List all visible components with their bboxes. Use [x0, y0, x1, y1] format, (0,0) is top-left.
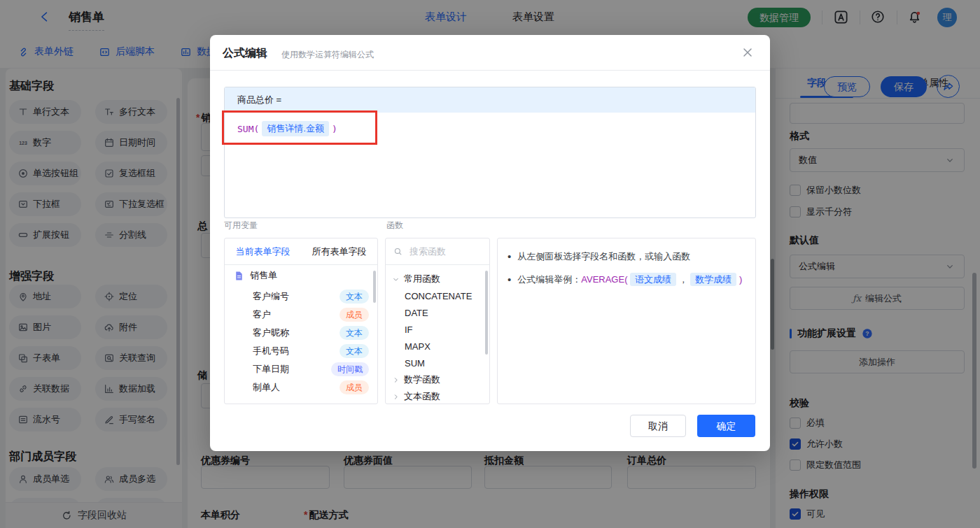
variables-panel: 当前表单字段 所有表单字段 销售单 客户编号文本客户成员客户昵称文本手机号码文本… [224, 238, 378, 404]
function-group-2[interactable]: 文本函数 [386, 388, 489, 404]
example-field-chip: 数学成绩 [690, 273, 736, 286]
function-group-1[interactable]: 数学函数 [386, 371, 489, 388]
formula-field-chip[interactable]: 销售详情.金额 [262, 121, 329, 136]
variable-row-3[interactable]: 手机号码文本 [225, 342, 377, 360]
function-item-DATE[interactable]: DATE [386, 304, 489, 321]
caret-down-icon [391, 275, 400, 284]
function-search[interactable] [386, 238, 489, 265]
search-icon [393, 246, 403, 257]
function-group-label: 数学函数 [404, 373, 440, 386]
bullet: • [507, 250, 511, 263]
formula-editor-modal: 公式编辑 使用数学运算符编辑公式 商品总价 = SUM( 销售详情.金额 ) 可… [210, 35, 770, 451]
functions-scrollbar[interactable] [485, 271, 488, 355]
function-group-0[interactable]: 常用函数 [386, 271, 489, 287]
variable-name: 手机号码 [253, 345, 289, 357]
function-item-CONCATENATE[interactable]: CONCATENATE [386, 287, 489, 304]
tab-current-form-fields[interactable]: 当前表单字段 [225, 238, 301, 264]
formula-expression[interactable]: SUM( 销售详情.金额 ) [237, 121, 337, 136]
variable-type-badge: 成员 [340, 308, 369, 322]
variable-row-4[interactable]: 下单日期时间戳 [225, 360, 377, 378]
variables-tabs: 当前表单字段 所有表单字段 [225, 238, 377, 265]
variable-row-2[interactable]: 客户昵称文本 [225, 324, 377, 342]
variable-name: 客户昵称 [253, 327, 289, 339]
formula-target: 商品总价 = [225, 87, 755, 113]
variables-tree-root[interactable]: 销售单 [233, 269, 277, 282]
variable-type-badge: 文本 [340, 326, 369, 340]
function-group-label: 文本函数 [404, 390, 440, 403]
modal-title: 公式编辑 [223, 46, 267, 61]
divider [210, 70, 770, 71]
variable-type-badge: 文本 [340, 344, 369, 358]
functions-panel: 常用函数CONCATENATEDATEIFMAPXSUM数学函数文本函数 [385, 238, 490, 404]
function-search-input[interactable] [408, 245, 478, 257]
example-field-chip: 语文成绩 [630, 273, 676, 286]
variable-row-5[interactable]: 制单人成员 [225, 378, 377, 397]
app: 销售单 表单设计 表单设置 数据管理 理 表单外链后端脚本数据权限 预览 保存 … [0, 0, 980, 528]
bullet: • [507, 273, 511, 286]
caret-right-icon [391, 392, 400, 401]
variable-row-1[interactable]: 客户成员 [225, 306, 377, 324]
example-function: AVERAGE( [581, 274, 627, 285]
variable-name: 客户编号 [253, 290, 289, 303]
tab-all-form-fields[interactable]: 所有表单字段 [301, 238, 377, 264]
tips-panel: • 从左侧面板选择字段名和函数，或输入函数 • 公式编辑举例：AVERAGE( … [497, 238, 756, 404]
variables-scrollbar[interactable] [373, 271, 376, 303]
formula-function: SUM( [237, 124, 259, 134]
caret-right-icon [391, 376, 400, 385]
variables-label: 可用变量 [224, 220, 258, 231]
variable-type-badge: 时间戳 [331, 362, 369, 376]
function-item-SUM[interactable]: SUM [386, 355, 489, 371]
functions-label: 函数 [386, 220, 403, 231]
tip-example: 公式编辑举例：AVERAGE( 语文成绩 ， 数学成绩 ) [517, 273, 742, 287]
document-icon [233, 270, 245, 282]
function-item-IF[interactable]: IF [386, 321, 489, 338]
function-item-MAPX[interactable]: MAPX [386, 338, 489, 355]
example-close-paren: ) [739, 274, 742, 285]
close-icon[interactable] [741, 45, 755, 59]
tip-line-1: • 从左侧面板选择字段名和函数，或输入函数 [507, 250, 746, 264]
cancel-button[interactable]: 取消 [630, 415, 686, 437]
formula-close-paren: ) [332, 124, 337, 134]
formula-editor-area[interactable]: 商品总价 = SUM( 销售详情.金额 ) [224, 87, 756, 218]
function-group-label: 常用函数 [404, 273, 440, 285]
variable-name: 制单人 [253, 381, 280, 394]
variable-type-badge: 成员 [340, 380, 369, 394]
variable-row-0[interactable]: 客户编号文本 [225, 287, 377, 306]
confirm-button[interactable]: 确定 [697, 415, 755, 437]
modal-subtitle: 使用数学运算符编辑公式 [281, 49, 374, 61]
variable-type-badge: 文本 [340, 290, 369, 304]
tip-line-2: • 公式编辑举例：AVERAGE( 语文成绩 ， 数学成绩 ) [507, 273, 746, 287]
variable-name: 下单日期 [253, 363, 289, 376]
variable-name: 客户 [253, 308, 271, 321]
